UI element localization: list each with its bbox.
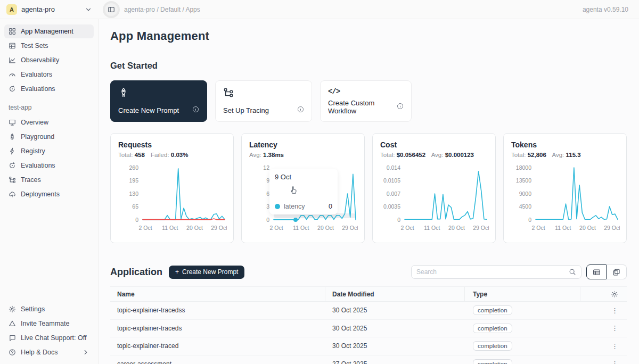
svg-text:0.0105: 0.0105 — [383, 177, 400, 184]
sidebar-item-label: Overview — [21, 119, 48, 126]
sidebar-item-invite-teammate[interactable]: Invite Teammate — [4, 317, 94, 330]
rocket-icon — [118, 87, 199, 100]
metrics-charts: Requests Total: 458 Failed: 0.03% 065130… — [110, 133, 627, 243]
tokens-line-chart[interactable]: 04500900013500180002 Oct11 Oct20 Oct29 O… — [511, 164, 620, 234]
tooltip-value: 0 — [329, 203, 332, 210]
app-date: 27 Oct 2025 — [325, 360, 465, 364]
app-date: 30 Oct 2025 — [325, 342, 465, 350]
sidebar-collapse-button[interactable] — [105, 3, 118, 16]
create-custom-workflow-card[interactable]: </> Create Custom Workflow — [320, 80, 412, 122]
card-label: Create Custom Workflow — [328, 99, 397, 115]
table-row[interactable]: topic-explainer-traced 30 Oct 2025 compl… — [110, 337, 627, 355]
sidebar-item-help-docs[interactable]: Help & Docs — [4, 345, 94, 359]
sidebar-item-playground[interactable]: Playground — [4, 130, 94, 144]
series-dot — [275, 204, 280, 209]
help-icon — [9, 349, 16, 356]
sidebar-item-label: Deployments — [21, 191, 60, 198]
table-row[interactable]: career-assessment 27 Oct 2025 completion… — [110, 355, 627, 364]
sidebar-item-evaluations[interactable]: Evaluations — [4, 82, 94, 96]
set-up-tracing-card[interactable]: Set Up Tracing — [215, 80, 312, 122]
invite-icon — [9, 320, 16, 327]
svg-text:260: 260 — [129, 164, 138, 171]
info-icon[interactable] — [297, 105, 304, 115]
org-avatar: A — [6, 4, 17, 15]
card-label: Create New Prompt — [118, 106, 179, 114]
trace-tree-icon — [9, 176, 16, 184]
table-icon — [9, 42, 16, 49]
sidebar-item-observability[interactable]: Observability — [4, 53, 94, 67]
svg-text:0: 0 — [266, 217, 269, 223]
evaluation-cycle-icon — [9, 85, 16, 93]
sidebar-spacer — [4, 202, 94, 302]
sidebar-section-test-app: test-app — [9, 104, 89, 111]
table-view-button[interactable] — [586, 264, 607, 279]
app-date: 30 Oct 2025 — [325, 307, 465, 314]
sidebar-item-label: Evaluations — [21, 162, 55, 169]
column-settings-button[interactable] — [580, 291, 627, 298]
top-bar: A agenta-pro agenta-pro / Default / Apps… — [0, 0, 639, 19]
type-badge: completion — [473, 305, 512, 315]
chart-stats: Avg: 1.38ms — [249, 152, 357, 158]
app-name: career-assessment — [110, 360, 325, 364]
table-row[interactable]: topic-explainer-traceds 30 Oct 2025 comp… — [110, 320, 627, 338]
get-started-title: Get Started — [110, 61, 627, 71]
sidebar-item-evaluators[interactable]: Evaluators — [4, 68, 94, 81]
app-name: topic-explainer-traced — [110, 342, 325, 350]
monitor-icon — [9, 119, 16, 126]
plus-icon: + — [175, 268, 179, 276]
svg-text:11 Oct: 11 Oct — [555, 225, 571, 231]
application-title: Application — [110, 267, 162, 278]
create-new-prompt-button[interactable]: + Create New Prompt — [169, 266, 244, 279]
sidebar-item-traces[interactable]: Traces — [4, 173, 94, 187]
chevron-right-icon — [82, 349, 89, 356]
main-content: App Management Get Started Create New Pr… — [99, 19, 639, 364]
card-label: Set Up Tracing — [223, 106, 269, 114]
row-menu-button[interactable]: ⋮ — [611, 325, 618, 332]
table-row[interactable]: topic-explainer-tracedss 30 Oct 2025 com… — [110, 302, 627, 320]
breadcrumb[interactable]: agenta-pro / Default / Apps — [124, 6, 200, 13]
svg-text:11 Oct: 11 Oct — [293, 225, 309, 231]
sidebar-item-deployments[interactable]: Deployments — [4, 187, 94, 201]
svg-text:20 Oct: 20 Oct — [579, 225, 596, 231]
type-badge: completion — [473, 341, 512, 351]
tooltip-date: 9 Oct — [275, 173, 332, 181]
row-menu-button[interactable]: ⋮ — [611, 343, 618, 350]
latency-chart-card: Latency Avg: 1.38ms 0369122 Oct11 Oct20 … — [241, 133, 365, 243]
sidebar-item-overview[interactable]: Overview — [4, 115, 94, 129]
type-badge: completion — [473, 359, 512, 364]
sidebar-item-live-chat-support[interactable]: Live Chat Support: Off — [4, 331, 94, 345]
org-switcher[interactable]: A agenta-pro — [0, 4, 99, 15]
tokens-chart-card: Tokens Total: 52,806 Avg: 115.3 04500900… — [503, 133, 627, 243]
requests-line-chart[interactable]: 0651301952602 Oct11 Oct20 Oct29 Oct — [118, 164, 227, 234]
create-new-prompt-card[interactable]: Create New Prompt — [110, 80, 207, 122]
info-icon[interactable] — [192, 105, 199, 115]
sidebar-item-test-sets[interactable]: Test Sets — [4, 39, 94, 53]
sidebar-item-settings[interactable]: Settings — [4, 302, 94, 316]
cost-line-chart[interactable]: 00.00350.0070.01050.0142 Oct11 Oct20 Oct… — [380, 164, 489, 234]
search-box[interactable] — [411, 265, 581, 279]
grid-icon — [9, 28, 16, 35]
info-icon[interactable] — [397, 102, 404, 112]
col-date-modified[interactable]: Date Modified — [325, 287, 465, 301]
chart-stats: Total: 52,806 Avg: 115.3 — [511, 152, 619, 158]
view-toggle — [586, 264, 627, 279]
sidebar-item-registry[interactable]: Registry — [4, 144, 94, 158]
search-input[interactable] — [416, 268, 569, 276]
gear-icon — [9, 305, 16, 313]
col-type[interactable]: Type — [465, 287, 580, 301]
requests-chart-card: Requests Total: 458 Failed: 0.03% 065130… — [110, 133, 234, 243]
sidebar-item-evaluations-app[interactable]: Evaluations — [4, 159, 94, 172]
svg-text:2 Oct: 2 Oct — [401, 225, 414, 231]
sidebar-item-label: Settings — [21, 305, 45, 313]
svg-text:20 Oct: 20 Oct — [448, 225, 465, 231]
row-menu-button[interactable]: ⋮ — [611, 307, 618, 314]
sidebar-item-app-management[interactable]: App Management — [4, 24, 94, 38]
svg-text:0: 0 — [397, 217, 400, 223]
row-menu-button[interactable]: ⋮ — [611, 360, 618, 364]
svg-text:0.007: 0.007 — [387, 191, 400, 197]
col-name[interactable]: Name — [110, 287, 325, 301]
card-view-button[interactable] — [607, 264, 627, 279]
svg-text:2 Oct: 2 Oct — [270, 225, 283, 231]
chat-bubble-icon — [9, 334, 16, 342]
app-version: agenta v0.59.10 — [583, 6, 628, 13]
